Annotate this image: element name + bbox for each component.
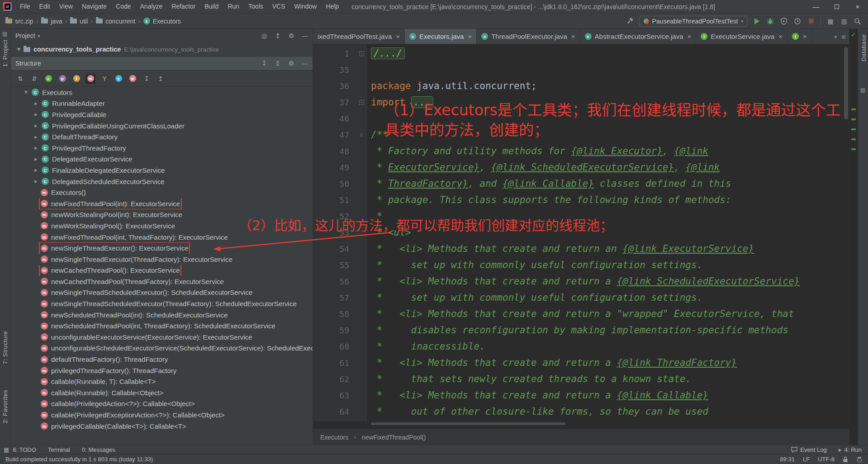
fold-marker[interactable]: + [356,51,367,56]
line-number[interactable]: 1 [313,49,356,58]
tree-method-newSingleThreadScheduledExecutor[interactable]: mnewSingleThreadScheduledExecutor(Thread… [11,298,313,309]
expand-arrow-icon[interactable]: ▶ [34,123,42,128]
code-line[interactable]: 55 * set up with commonly useful configu… [313,257,849,273]
toolwindow-button-favorites[interactable]: 2: Favorites [2,390,9,423]
settings-icon[interactable]: ⚙ [288,32,295,39]
breadcrumb-class[interactable]: Executors [320,434,348,441]
tree-method-unconfigurableScheduledExecutorService[interactable]: munconfigurableScheduledExecutorService(… [11,343,313,354]
close-icon[interactable]: × [778,33,783,40]
line-number[interactable]: 54 [313,244,356,254]
autoscroll-from-source-icon[interactable]: ↥ [156,74,166,84]
expand-all-icon[interactable]: ↧ [261,60,268,67]
project-structure-icon[interactable]: ▦ [826,17,835,25]
tree-class-DelegatedExecutorService[interactable]: ▶CDelegatedExecutorService [11,154,313,165]
menu-item-tools[interactable]: Tools [244,0,268,13]
code-line[interactable]: 61 * <li> Methods that create and return… [313,355,849,371]
tab-list-icon[interactable]: ≡ [841,33,846,40]
code-line[interactable]: 35 [313,62,849,78]
change-mark[interactable] [851,128,856,130]
tab-ExecutorService-java[interactable]: IExecutorService.java× [696,29,787,44]
code-line[interactable]: 54 * <li> Methods that create and return… [313,241,849,257]
line-ending[interactable]: LF [803,456,810,463]
show-inherited-icon[interactable]: Y [100,74,109,84]
tree-method-newScheduledThreadPool[interactable]: mnewScheduledThreadPool(int, ThreadFacto… [11,320,313,331]
code-line[interactable]: 48 * Factory and utility methods for {@l… [313,143,849,159]
tree-root-class[interactable]: ▼CExecutors [11,87,313,98]
code-line[interactable]: 50 * ThreadFactory}, and {@link Callable… [313,175,849,192]
breadcrumb-item-srczip[interactable]: src.zip [5,18,33,25]
tree-class-DefaultThreadFactory[interactable]: ▶CDefaultThreadFactory [11,131,313,142]
run-configuration-select[interactable]: PauseableThreadPoolTestTest ▾ [640,16,747,27]
fold-marker[interactable]: + [356,100,367,105]
lock-icon[interactable] [843,456,848,463]
autoscroll-to-source-icon[interactable]: ↧ [142,74,152,84]
menu-item-refactor[interactable]: Refactor [167,0,200,13]
toolwindow-button-project[interactable]: 1: Project [2,40,9,67]
profiler-clock-icon[interactable] [793,17,802,25]
line-number[interactable]: 59 [313,326,356,335]
code-line[interactable]: 36package java.util.concurrent; [313,78,849,94]
hide-panel-icon[interactable]: — [301,32,308,39]
line-number[interactable]: 49 [313,163,356,172]
collapse-all-icon[interactable]: ↥ [274,60,281,67]
hide-panel-icon[interactable]: — [301,60,308,67]
tree-method-callable[interactable]: mcallable(PrivilegedAction<?>): Callable… [11,398,313,410]
code-line[interactable]: 63 * <li> Methods that create and return… [313,387,849,403]
breadcrumb-item-java[interactable]: java [41,18,62,25]
line-number[interactable]: 46 [313,114,356,123]
tree-method-newSingleThreadScheduledExecutor[interactable]: mnewSingleThreadScheduledExecutor(): Sch… [11,287,313,298]
line-number[interactable]: 62 [313,374,356,384]
show-properties-icon[interactable]: p [57,74,67,84]
menu-item-vcs[interactable]: VCS [268,0,290,13]
toolwindow-button-database[interactable]: Database [860,34,867,62]
line-number[interactable]: 57 [313,293,356,303]
code-line[interactable]: 51 * package. This class supports the fo… [313,192,849,208]
show-fields-icon[interactable]: f [71,74,81,84]
tree-class-PrivilegedThreadFactory[interactable]: ▶CPrivilegedThreadFactory [11,142,313,154]
tree-method-privilegedCallable[interactable]: mprivilegedCallable(Callable<T>): Callab… [11,421,313,432]
tab-AbstractExecutorService-java[interactable]: cAbstractExecutorService.java× [580,29,697,44]
menu-item-view[interactable]: View [55,0,77,13]
line-number[interactable]: 61 [313,358,356,368]
toolwindow-button-terminal[interactable]: Terminal [48,446,70,453]
code-line[interactable]: 59 * disables reconfiguration by making … [313,322,849,338]
tree-method-newSingleThreadExecutor[interactable]: mnewSingleThreadExecutor(ThreadFactory):… [11,254,313,265]
expand-arrow-icon[interactable]: ▶ [34,112,42,117]
menu-item-analyze[interactable]: Analyze [136,0,167,13]
fold-marker[interactable]: ∨ [356,132,367,138]
line-number[interactable]: 48 [313,147,356,156]
horizontal-scrollbar[interactable] [313,422,849,426]
inspection-profile-icon[interactable] [856,456,863,463]
show-hidden-tabs-icon[interactable]: ▾ [835,34,837,39]
line-number[interactable]: 47 [313,130,356,140]
expand-arrow-icon[interactable]: ▶ [34,168,42,172]
show-non-public-icon[interactable]: ø [128,74,138,84]
tree-class-FinalizableDelegatedExecutorService[interactable]: ▶CFinalizableDelegatedExecutorService [11,165,313,176]
tree-method-callable[interactable]: mcallable(Runnable): Callable<Object> [11,387,313,398]
menu-item-navigate[interactable]: Navigate [77,0,111,13]
breadcrumb-item-concurrent[interactable]: concurrent [96,18,135,25]
project-root-row[interactable]: ▼ concurrency_tools_practice E:\java\con… [11,43,313,56]
structure-panel-title[interactable]: Structure [15,60,41,67]
locate-file-icon[interactable]: ◎ [261,32,268,39]
sort-alphabetically-icon[interactable]: ⇵ [29,74,39,84]
run-button[interactable] [753,17,761,25]
expand-arrow-icon[interactable]: ▶ [34,135,42,139]
menu-item-build[interactable]: Build [200,0,223,13]
chevron-down-icon[interactable]: ▾ [38,33,40,38]
tree-class-PrivilegedCallable[interactable]: ▶CPrivilegedCallable [11,109,313,120]
settings-icon[interactable]: ⚙ [288,60,295,67]
maximize-button[interactable] [826,0,847,13]
build-hammer-icon[interactable] [626,17,634,25]
run-with-coverage-icon[interactable] [780,17,788,25]
collapse-all-icon[interactable]: ↥ [274,32,281,39]
breadcrumb-item-util[interactable]: util [70,18,88,25]
tree-class-PrivilegedCallableUsingCurrentClassLoader[interactable]: ▶CPrivilegedCallableUsingCurrentClassLoa… [11,120,313,132]
expand-arrow-icon[interactable]: ▶ [34,179,42,184]
breadcrumb-method[interactable]: newFixedThreadPool() [362,434,426,441]
fold-arrow-icon[interactable]: ∨ [360,132,364,138]
code-line[interactable]: 49 * ExecutorService}, {@link ScheduledE… [313,159,849,175]
fold-plus-icon[interactable]: + [359,100,364,105]
vertical-scrollbar[interactable] [844,47,848,119]
tab-Executors-java[interactable]: cExecutors.java× [405,29,477,44]
